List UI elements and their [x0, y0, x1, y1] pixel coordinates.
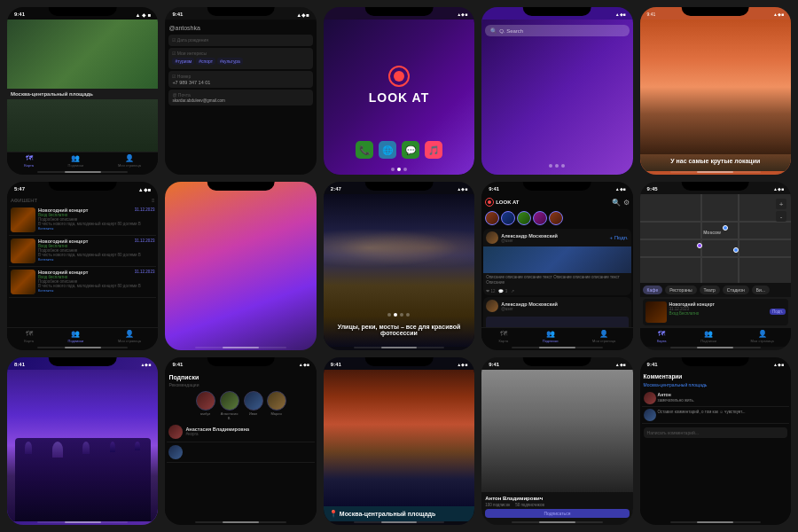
- nav-subs[interactable]: 👥Подписки: [68, 330, 84, 343]
- music-app-icon[interactable]: 🎵: [425, 141, 442, 159]
- map-categories: Moscow + - Кафе Рестораны Театр Стадио: [640, 194, 791, 326]
- status-icons: ▲ ◆ ■: [135, 12, 151, 18]
- phone-field[interactable]: ☑ Номер +7 989 347 14 01: [168, 71, 312, 88]
- zoom-in-btn[interactable]: +: [776, 199, 786, 209]
- nav-map[interactable]: 🗺Карта: [657, 330, 667, 343]
- cat-theater[interactable]: Театр: [700, 286, 720, 294]
- rec-av-item-1[interactable]: aselya: [196, 391, 215, 420]
- rec-av-item-2[interactable]: Анастасия В.: [219, 391, 240, 420]
- interests-field[interactable]: ☑ Мои интересы #туризм #спорт #культура: [168, 48, 312, 69]
- event-link[interactable]: Контакты: [38, 257, 154, 262]
- phone-notch: [681, 182, 749, 191]
- nav-profile[interactable]: 👤Мои страница: [592, 330, 615, 343]
- comment-avatar-2: [644, 409, 656, 421]
- profile-photo: Антон Владимирович 100 подписок 50 подпи…: [481, 370, 632, 521]
- bottom-nav: 🗺Карта 👥Подписки 👤Мои страница: [7, 327, 158, 347]
- logo-inner: [394, 71, 404, 82]
- rec-av-img-3: [244, 391, 263, 411]
- phone-notch: [523, 182, 591, 191]
- rec-av-img-1: [196, 391, 215, 411]
- rec-av-img-4: [267, 391, 286, 411]
- event-item-3[interactable]: Новогодний концерт 31.12.2023 Вход беспл…: [9, 267, 156, 298]
- map-pin-1[interactable]: [723, 225, 728, 231]
- username: @antoshka: [168, 25, 312, 31]
- nav-map[interactable]: 🗺Карта: [24, 330, 34, 343]
- post-image: [483, 246, 630, 273]
- phone-frame: 9:45 ▲◆■ Moscow: [640, 182, 791, 349]
- phone-frame: 9:41 ▲ ◆ ■ Москва-центральный площадь 🗺К…: [7, 7, 158, 175]
- subs-header: Подписки: [167, 372, 314, 382]
- event-item-1[interactable]: Новогодний концерт 31.12.2023 Вход беспл…: [9, 205, 156, 236]
- phone-app-icon[interactable]: 📞: [356, 141, 373, 159]
- avatar-4[interactable]: [533, 211, 547, 225]
- post-progress-bar: [486, 317, 628, 327]
- follow-btn[interactable]: + Подп.: [609, 235, 628, 240]
- nav-profile[interactable]: 👤Мои страница: [118, 154, 141, 168]
- subscribe-button[interactable]: Подписаться: [485, 509, 629, 518]
- nav-subs[interactable]: 👥Подписки: [68, 154, 84, 168]
- avatar-5[interactable]: [549, 211, 563, 225]
- comment-input-area: Написать комментарий...: [642, 424, 789, 442]
- phone-frame: ▲◆■ LOOK AT 📞 🌐 💬 🎵: [324, 7, 474, 175]
- event-link[interactable]: Контакты: [38, 288, 154, 293]
- city-gradient: У нас самые крутые локации: [640, 20, 791, 171]
- sub-item-1[interactable]: Анастасия Владимировна #нopra: [167, 422, 314, 442]
- purple-gradient: 🔍 Q. Search: [481, 20, 632, 175]
- nav-subs[interactable]: 👥Подписки: [700, 330, 716, 343]
- nav-map[interactable]: 🗺Карта: [498, 330, 508, 343]
- nav-profile[interactable]: 👤Мои страница: [118, 330, 141, 343]
- scroll-indicator: [37, 521, 128, 523]
- email-field[interactable]: @ Почта skardar.abduleev@gmail.com: [168, 90, 312, 106]
- cat-cafe[interactable]: Кафе: [643, 286, 663, 294]
- cat-restaurants[interactable]: Рестораны: [665, 286, 696, 294]
- events-screen: АФИШЕНТ ≡ Новогодний концерт 31.12.2023 …: [7, 194, 158, 326]
- event-subscribe-btn[interactable]: Подп.: [770, 309, 786, 315]
- event-thumb: [11, 270, 35, 294]
- phone-notch: [681, 7, 749, 16]
- status-time: 9:41: [331, 362, 341, 367]
- night-city-screen: Улицы, реки, мосты – все для красивой фо…: [324, 194, 474, 346]
- search-bar[interactable]: 🔍 Q. Search: [485, 25, 629, 36]
- status-time: 9:45: [647, 186, 658, 192]
- phone-notch: [49, 7, 117, 16]
- photo-location-screen: 📍 Москва-центральный площадь: [324, 370, 474, 521]
- rec-av-item-3[interactable]: Иван: [244, 391, 263, 420]
- status-time: 2:47: [331, 186, 341, 192]
- event-card-map: Новогодний концерт 31.12.2023 Вход Беспл…: [643, 299, 788, 325]
- nav-map[interactable]: 🗺Карта: [24, 154, 34, 168]
- rec-label: Рекомендации: [167, 382, 314, 389]
- event-link[interactable]: Контакты: [38, 226, 154, 231]
- messages-app-icon[interactable]: 💬: [402, 141, 419, 159]
- profile-stats: 100 подписок 50 подписчиков: [485, 503, 629, 507]
- zoom-out-btn[interactable]: -: [776, 211, 786, 222]
- night-lights: [324, 225, 474, 270]
- comment-input[interactable]: Написать комментарий...: [644, 427, 787, 438]
- avatar-2[interactable]: [501, 211, 515, 225]
- city-screen: У нас самые крутые локации: [640, 20, 791, 171]
- thumb-img: [11, 270, 35, 294]
- app-home: LOOK AT 📞 🌐 💬 🎵: [324, 20, 474, 175]
- dob-field[interactable]: ☑ Дата рождения: [168, 35, 312, 46]
- cat-stadium[interactable]: Стадион: [723, 286, 749, 294]
- dome-5: [135, 442, 140, 450]
- event-card-info: Новогодний концерт 31.12.2023 Вход Беспл…: [669, 301, 767, 323]
- safari-app-icon[interactable]: 🌐: [379, 141, 396, 159]
- phone-notch: [365, 182, 434, 191]
- cat-more[interactable]: Би...: [752, 286, 770, 294]
- sub-item-2[interactable]: [167, 442, 314, 463]
- avatar-1[interactable]: [485, 211, 499, 225]
- nav-subs[interactable]: 👥Подписки: [543, 330, 559, 343]
- event-item-2[interactable]: Новогодний концерт 31.12.2023 Вход беспл…: [9, 236, 156, 267]
- map-screen: Москва-центральный площадь: [7, 20, 158, 152]
- comments-list: Комментарии Москва-центральный площадь А…: [640, 370, 791, 521]
- nav-profile[interactable]: 👤Мои страница: [750, 330, 773, 343]
- avatar-3[interactable]: [517, 211, 531, 225]
- phone-cell-1-5: 9:41 ▲◆■ У нас самые крутые локации: [640, 7, 791, 175]
- church-screen: [7, 370, 158, 521]
- church-photo: [324, 370, 474, 506]
- road-h-2: [640, 239, 791, 240]
- comments-location-ref[interactable]: Москва-центральный площадь: [642, 382, 789, 390]
- scroll-indicator: [354, 347, 444, 348]
- comment-item-1: Антон замечательно жить.: [642, 390, 789, 407]
- rec-av-item-4[interactable]: Мария: [267, 391, 286, 420]
